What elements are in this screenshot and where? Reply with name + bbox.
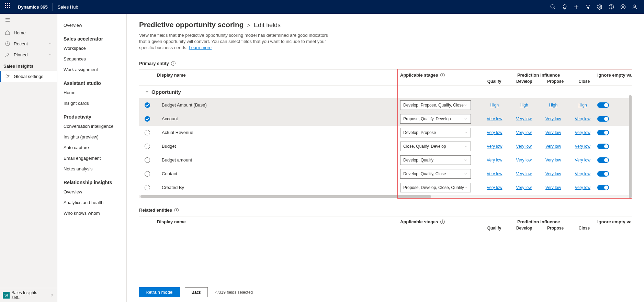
influence-link[interactable]: Very low	[575, 144, 590, 149]
applicable-stages-select[interactable]: Develop, Propose	[400, 128, 471, 137]
applicable-stages-select[interactable]: Develop, Qualify	[400, 155, 471, 165]
ignore-empty-toggle[interactable]	[597, 102, 609, 108]
settings-icon[interactable]	[594, 0, 606, 14]
col-ignore-empty: Ignore empty values	[597, 72, 632, 78]
influence-link[interactable]: Very low	[516, 116, 532, 121]
influence-link[interactable]: Very low	[487, 116, 502, 121]
applicable-stages-select[interactable]: Develop, Propose, Qualify, Close	[400, 100, 471, 110]
influence-link[interactable]: Very low	[545, 116, 561, 121]
row-checkbox[interactable]	[145, 185, 150, 190]
row-checkbox[interactable]	[145, 116, 150, 122]
influence-link[interactable]: Very low	[575, 116, 590, 121]
nav-pinned-label: Pinned	[14, 52, 27, 57]
applicable-stages-select[interactable]: Propose, Develop, Close, Qualify	[400, 183, 471, 192]
row-checkbox[interactable]	[145, 102, 150, 108]
side-who-knows-whom[interactable]: Who knows whom	[57, 208, 126, 219]
side-heading-relationship: Relationship insights	[57, 174, 126, 187]
side-overview[interactable]: Overview	[57, 20, 126, 31]
ignore-empty-toggle[interactable]	[597, 171, 609, 177]
horizontal-scrollbar[interactable]	[139, 195, 632, 198]
side-conversation-intel[interactable]: Conversation intelligence	[57, 121, 126, 132]
row-checkbox[interactable]	[145, 130, 150, 135]
influence-link[interactable]: Very low	[516, 158, 532, 163]
row-checkbox[interactable]	[145, 171, 150, 177]
ignore-empty-toggle[interactable]	[597, 157, 609, 163]
row-checkbox[interactable]	[145, 157, 150, 163]
side-sequences[interactable]: Sequences	[57, 54, 126, 64]
help-icon[interactable]	[606, 0, 617, 14]
influence-link[interactable]: Very low	[487, 185, 502, 190]
add-icon[interactable]	[570, 0, 582, 14]
retrain-button[interactable]: Retrain model	[139, 287, 180, 297]
influence-link[interactable]: Very low	[487, 130, 502, 135]
hamburger-icon[interactable]	[0, 14, 57, 27]
table-row: Created By Propose, Develop, Close, Qual…	[139, 181, 632, 194]
nav-area-switcher[interactable]: SI Sales Insights sett...	[0, 288, 57, 302]
side-work-assignment[interactable]: Work assignment	[57, 64, 126, 75]
influence-link[interactable]: Very low	[575, 171, 590, 176]
field-name: Actual Revenue	[155, 130, 400, 135]
nav-home[interactable]: Home	[0, 27, 57, 38]
chevron-down-icon	[464, 172, 468, 176]
group-opportunity[interactable]: Opportunity	[139, 86, 632, 98]
side-insights-preview[interactable]: Insights (preview)	[57, 132, 126, 142]
influence-link[interactable]: Very low	[487, 144, 502, 149]
info-icon[interactable]: i	[171, 61, 176, 66]
influence-link[interactable]: Very low	[487, 158, 502, 163]
nav-recent[interactable]: Recent	[0, 38, 57, 49]
info-icon[interactable]: i	[174, 208, 179, 212]
col-applicable-stages: Applicable stages i	[400, 72, 480, 78]
influence-link[interactable]: Very low	[487, 171, 502, 176]
side-email-engagement[interactable]: Email engagement	[57, 153, 126, 164]
nav-pinned[interactable]: Pinned	[0, 49, 57, 60]
side-analytics-health[interactable]: Analytics and health	[57, 197, 126, 208]
breadcrumb-root[interactable]: Predictive opportunity scoring	[139, 21, 244, 29]
influence-link[interactable]: Very low	[545, 158, 561, 163]
applicable-stages-select[interactable]: Propose, Qualify, Develop	[400, 114, 471, 124]
influence-link[interactable]: Very low	[575, 185, 590, 190]
info-icon[interactable]: i	[440, 220, 445, 224]
app-launcher-icon[interactable]	[5, 3, 13, 11]
influence-link[interactable]: High	[549, 103, 557, 108]
ignore-empty-toggle[interactable]	[597, 185, 609, 190]
influence-link[interactable]: Very low	[575, 130, 590, 135]
chevron-down-icon	[145, 89, 149, 94]
ignore-empty-toggle[interactable]	[597, 144, 609, 149]
applicable-stages-select[interactable]: Close, Qualify, Develop	[400, 142, 471, 151]
applicable-stages-select[interactable]: Develop, Qualify, Close	[400, 169, 471, 179]
svg-point-8	[634, 5, 636, 7]
influence-link[interactable]: Very low	[516, 130, 532, 135]
apps-icon[interactable]	[617, 0, 629, 14]
side-workspace[interactable]: Workspace	[57, 43, 126, 54]
influence-link[interactable]: Very low	[516, 185, 532, 190]
side-auto-capture[interactable]: Auto capture	[57, 142, 126, 153]
side-notes-analysis[interactable]: Notes analysis	[57, 164, 126, 174]
search-icon[interactable]	[547, 0, 559, 14]
breadcrumb: Predictive opportunity scoring > Edit fi…	[139, 21, 632, 29]
influence-link[interactable]: High	[490, 103, 499, 108]
side-rel-overview[interactable]: Overview	[57, 187, 126, 197]
influence-link[interactable]: Very low	[545, 130, 561, 135]
side-insight-cards[interactable]: Insight cards	[57, 98, 126, 109]
back-button[interactable]: Back	[185, 287, 208, 297]
ignore-empty-toggle[interactable]	[597, 116, 609, 122]
influence-link[interactable]: High	[578, 103, 587, 108]
influence-link[interactable]: Very low	[575, 158, 590, 163]
influence-link[interactable]: Very low	[516, 144, 532, 149]
vertical-scrollbar[interactable]	[629, 51, 632, 282]
field-name: Account	[155, 116, 400, 121]
row-checkbox[interactable]	[145, 144, 150, 149]
nav-global-settings[interactable]: Global settings	[0, 71, 57, 82]
influence-link[interactable]: Very low	[545, 185, 561, 190]
learn-more-link[interactable]: Learn more	[189, 45, 212, 50]
influence-link[interactable]: High	[520, 103, 528, 108]
info-icon[interactable]: i	[440, 73, 445, 77]
influence-link[interactable]: Very low	[516, 171, 532, 176]
influence-link[interactable]: Very low	[545, 144, 561, 149]
side-assistant-home[interactable]: Home	[57, 87, 126, 98]
ignore-empty-toggle[interactable]	[597, 130, 609, 135]
profile-icon[interactable]	[629, 0, 641, 14]
lightbulb-icon[interactable]	[559, 0, 570, 14]
influence-link[interactable]: Very low	[545, 171, 561, 176]
filter-icon[interactable]	[582, 0, 594, 14]
